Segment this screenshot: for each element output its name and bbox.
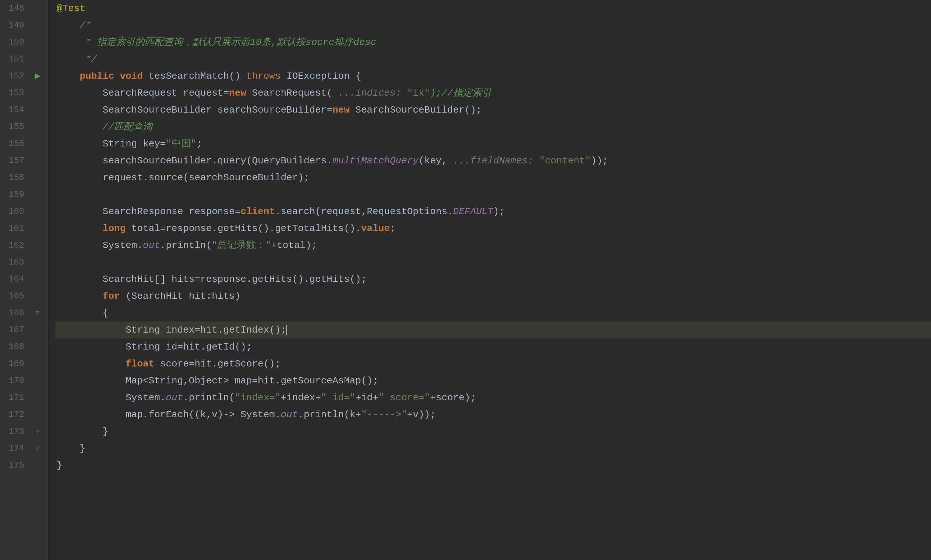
line-number: 165 xyxy=(0,289,29,303)
code-token: multiMatchQuery xyxy=(333,154,419,168)
line-number: 151 xyxy=(0,52,29,66)
line-number: 175 xyxy=(0,459,29,472)
line-number: 171 xyxy=(0,391,29,405)
code-line: searchSourceBuilder.query(QueryBuilders.… xyxy=(55,152,931,169)
code-line: * 指定索引的匹配查询，默认只展示前10条,默认按socre排序desc xyxy=(55,34,931,51)
code-token: ...fieldNames: xyxy=(453,154,533,168)
code-token: "----->" xyxy=(361,408,407,422)
gutter-row: 161 xyxy=(0,220,48,237)
line-number: 153 xyxy=(0,86,29,100)
line-number: 154 xyxy=(0,103,29,117)
code-line: long total=response.getHits().getTotalHi… xyxy=(55,220,931,237)
line-number: 163 xyxy=(0,256,29,269)
code-line: //匹配查询 xyxy=(55,118,931,135)
line-number: 150 xyxy=(0,36,29,49)
code-token: * 指定索引的匹配查询，默认只展示前10条,默认按 xyxy=(57,35,305,49)
line-number: 157 xyxy=(0,154,29,168)
code-line: float score=hit.getScore(); xyxy=(55,355,931,372)
line-number: 149 xyxy=(0,19,29,32)
gutter-icons: ▽ xyxy=(29,444,46,454)
code-token: SearchSourceBuilder(); xyxy=(350,103,482,117)
code-token: String key= xyxy=(57,137,166,151)
code-token: tesSearchMatch() xyxy=(143,69,246,83)
code-token: .println( xyxy=(160,238,212,252)
line-number: 174 xyxy=(0,442,29,455)
fold-icon[interactable]: ▽ xyxy=(36,427,40,437)
code-line: System.out.println("总记录数："+total); xyxy=(55,237,931,254)
code-token: request.source(searchSourceBuilder); xyxy=(57,171,310,185)
gutter-row: 169 xyxy=(0,355,48,372)
code-line: SearchResponse response=client.search(re… xyxy=(55,203,931,220)
code-token: IOException { xyxy=(281,69,361,83)
fold-icon[interactable]: ▽ xyxy=(36,308,40,318)
line-number: 170 xyxy=(0,374,29,388)
code-token: /* xyxy=(57,18,91,32)
code-line: request.source(searchSourceBuilder); xyxy=(55,169,931,186)
line-number: 169 xyxy=(0,357,29,371)
code-token: System. xyxy=(57,238,143,252)
code-token: +score); xyxy=(430,391,476,405)
code-token: (SearchHit hit:hits) xyxy=(120,289,241,303)
code-token xyxy=(57,69,80,83)
run-icon[interactable]: ▶ xyxy=(35,69,40,83)
code-token: out xyxy=(281,408,298,422)
gutter-row: 160 xyxy=(0,203,48,220)
code-token: SearchRequest( xyxy=(246,86,338,100)
code-token: new xyxy=(229,86,246,100)
gutter-row: 172 xyxy=(0,406,48,423)
code-token: );//指定索引 xyxy=(430,86,491,100)
code-token: Map<String,Object> map=hit.getSourceAsMa… xyxy=(57,374,378,388)
code-editor: 148149150151152▶153154155156157158159160… xyxy=(0,0,931,560)
code-token: +index+ xyxy=(281,391,321,405)
gutter-row: 156 xyxy=(0,135,48,152)
code-token: throws xyxy=(246,69,281,83)
gutter-row: 150 xyxy=(0,34,48,51)
fold-icon[interactable]: ▽ xyxy=(36,444,40,454)
line-number: 160 xyxy=(0,205,29,218)
code-token: " score=" xyxy=(378,391,430,405)
line-number: 156 xyxy=(0,137,29,151)
gutter-row: 158 xyxy=(0,169,48,186)
gutter-row: 157 xyxy=(0,152,48,169)
code-token: System. xyxy=(57,391,166,405)
code-line: public void tesSearchMatch() throws IOEx… xyxy=(55,68,931,85)
code-token: " id=" xyxy=(321,391,356,405)
code-line: } xyxy=(55,440,931,457)
code-token: DEFAULT xyxy=(453,205,493,218)
code-token: String id=hit.getId(); xyxy=(57,340,252,354)
gutter-row: 166▽ xyxy=(0,305,48,322)
code-token: value xyxy=(361,222,390,235)
line-number: 168 xyxy=(0,340,29,354)
gutter-row: 171 xyxy=(0,389,48,406)
code-token: SearchHit[] hits=response.getHits().getH… xyxy=(57,272,367,286)
code-token xyxy=(114,69,120,83)
gutter-row: 163 xyxy=(0,254,48,271)
line-number: 173 xyxy=(0,425,29,438)
line-number: 158 xyxy=(0,171,29,184)
code-token: "content" xyxy=(539,154,591,168)
code-line: } xyxy=(55,423,931,440)
code-token: socre xyxy=(305,35,334,49)
code-line: /* xyxy=(55,17,931,34)
code-token: } xyxy=(57,425,108,438)
gutter-row: 159 xyxy=(0,186,48,203)
code-token: out xyxy=(166,391,183,405)
code-area[interactable]: @Test /* * 指定索引的匹配查询，默认只展示前10条,默认按socre排… xyxy=(48,0,931,560)
code-token: desc xyxy=(353,35,376,49)
gutter-row: 152▶ xyxy=(0,68,48,85)
code-token xyxy=(57,289,103,303)
code-token: new xyxy=(333,103,350,117)
code-token xyxy=(533,154,539,168)
code-line: System.out.println("index="+index+" id="… xyxy=(55,389,931,406)
code-token: map.forEach((k,v)-> System. xyxy=(57,408,281,422)
code-token: SearchResponse response= xyxy=(57,205,240,218)
gutter-row: 168 xyxy=(0,338,48,355)
code-line: Map<String,Object> map=hit.getSourceAsMa… xyxy=(55,372,931,389)
code-token: } xyxy=(57,442,85,455)
code-line: SearchSourceBuilder searchSourceBuilder=… xyxy=(55,102,931,118)
code-token: SearchRequest request= xyxy=(57,86,229,100)
code-token: for xyxy=(103,289,120,303)
gutter-icons: ▽ xyxy=(29,427,46,437)
code-token: public xyxy=(80,69,114,83)
code-token: SearchSourceBuilder searchSourceBuilder= xyxy=(57,103,333,117)
